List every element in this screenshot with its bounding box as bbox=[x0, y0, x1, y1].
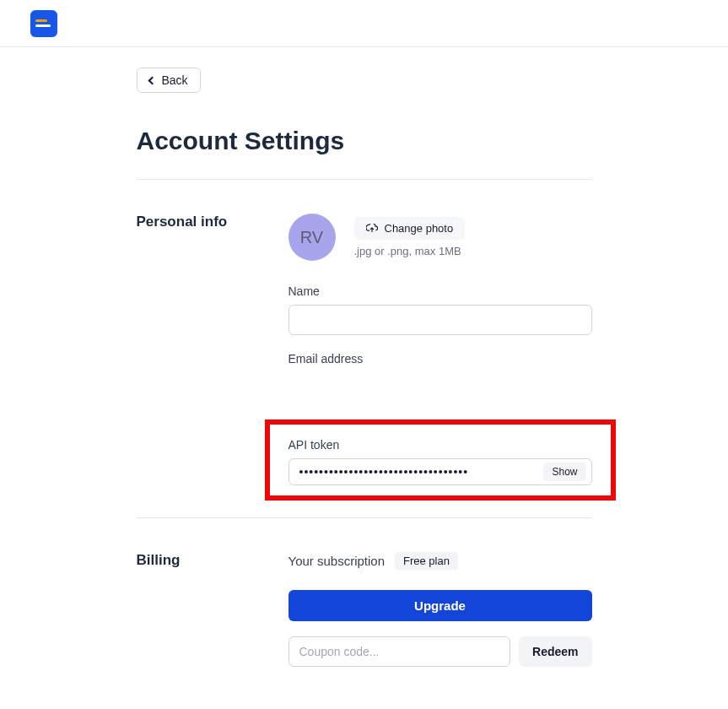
photo-hint: .jpg or .png, max 1MB bbox=[354, 245, 466, 257]
api-token-label: API token bbox=[289, 438, 592, 452]
email-field: Email address bbox=[289, 352, 592, 403]
avatar-initials: RV bbox=[300, 228, 323, 247]
upgrade-button[interactable]: Upgrade bbox=[289, 590, 592, 621]
topbar bbox=[0, 0, 728, 47]
change-photo-button[interactable]: Change photo bbox=[354, 217, 466, 240]
main-content: Back Account Settings Personal info RV bbox=[137, 47, 592, 709]
section-personal-info: Personal info RV Change photo bbox=[137, 180, 592, 517]
upload-icon bbox=[366, 224, 378, 234]
subscription-row: Your subscription Free plan bbox=[289, 552, 592, 570]
section-billing: Billing Your subscription Free plan Upgr… bbox=[137, 518, 592, 684]
subscription-label: Your subscription bbox=[289, 554, 386, 568]
api-token-highlight: API token ••••••••••••••••••••••••••••••… bbox=[265, 419, 616, 501]
plan-badge: Free plan bbox=[395, 552, 458, 570]
name-field: Name bbox=[289, 284, 592, 335]
back-button[interactable]: Back bbox=[137, 68, 201, 93]
show-token-button[interactable]: Show bbox=[543, 463, 585, 481]
api-token-value: •••••••••••••••••••••••••••••••••• bbox=[299, 465, 537, 479]
chevron-left-icon bbox=[148, 76, 156, 84]
back-button-label: Back bbox=[162, 73, 188, 87]
page-title: Account Settings bbox=[137, 127, 592, 155]
photo-row: RV Change photo .jpg or .png, max 1MB bbox=[289, 214, 592, 261]
change-photo-label: Change photo bbox=[385, 222, 454, 235]
avatar: RV bbox=[289, 214, 336, 261]
coupon-input[interactable] bbox=[289, 636, 511, 667]
api-token-field: •••••••••••••••••••••••••••••••••• Show bbox=[289, 458, 592, 485]
section-label-billing: Billing bbox=[137, 552, 289, 667]
name-label: Name bbox=[289, 284, 592, 298]
name-input[interactable] bbox=[289, 305, 592, 335]
email-label: Email address bbox=[289, 352, 592, 365]
email-input[interactable] bbox=[289, 372, 592, 403]
redeem-button[interactable]: Redeem bbox=[519, 636, 591, 667]
coupon-row: Redeem bbox=[289, 636, 592, 667]
app-logo[interactable] bbox=[30, 10, 57, 37]
